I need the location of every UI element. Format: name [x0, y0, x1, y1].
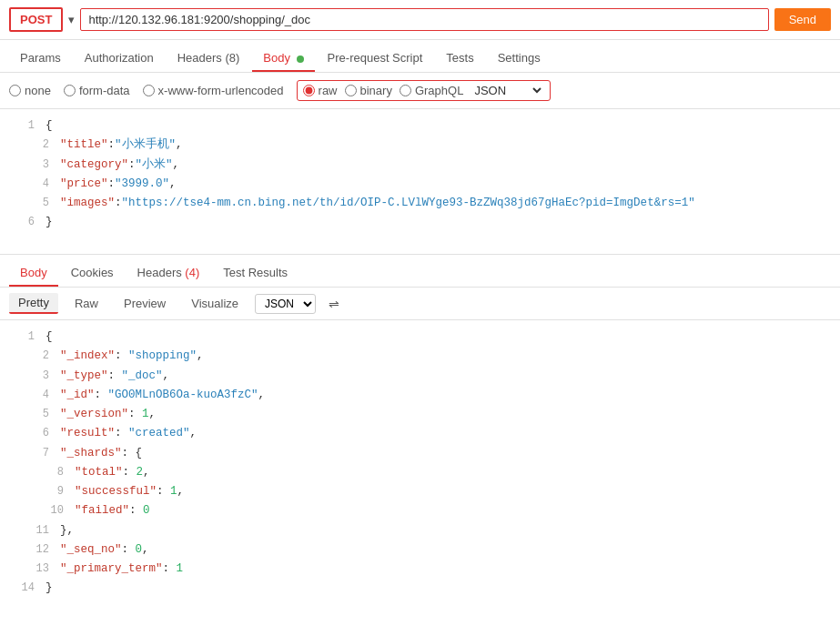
- resp-line-8: 8 "total": 2,: [29, 463, 840, 482]
- radio-none[interactable]: none: [9, 84, 51, 97]
- resp-line-11: 11 },: [15, 521, 840, 540]
- tab-params[interactable]: Params: [9, 45, 72, 72]
- resp-format-select[interactable]: JSON Text HTML XML: [255, 294, 316, 314]
- radio-raw-input[interactable]: [303, 85, 315, 96]
- resp-tab-body[interactable]: Body: [9, 260, 58, 287]
- resp-line-4: 4 "_id": "GO0MLnOB6Oa-kuoA3fzC",: [15, 386, 840, 405]
- resp-line-2: 2 "_index": "shopping",: [15, 347, 840, 366]
- resp-view-preview[interactable]: Preview: [115, 294, 175, 313]
- radio-graphql-input[interactable]: [400, 85, 411, 96]
- resp-line-9: 9 "successful": 1,: [29, 482, 840, 501]
- tab-headers[interactable]: Headers (8): [167, 45, 251, 72]
- radio-form-data[interactable]: form-data: [64, 84, 130, 97]
- req-line-4: 4 "price":"3999.0",: [15, 175, 840, 194]
- req-line-6: 6 }: [0, 213, 840, 232]
- response-code-area: 1 { 2 "_index": "shopping", 3 "_type": "…: [0, 320, 840, 606]
- request-code-area: 1 { 2 "title":"小米手机", 3 "category":"小米",…: [0, 109, 840, 255]
- req-line-2: 2 "title":"小米手机",: [15, 136, 840, 155]
- resp-view-raw[interactable]: Raw: [66, 294, 107, 313]
- radio-binary[interactable]: binary: [345, 84, 392, 97]
- radio-urlencoded[interactable]: x-www-form-urlencoded: [143, 84, 284, 97]
- send-button[interactable]: Send: [774, 8, 831, 31]
- body-type-bar: none form-data x-www-form-urlencoded raw…: [0, 73, 840, 109]
- resp-view-visualize[interactable]: Visualize: [182, 294, 248, 313]
- resp-tab-headers[interactable]: Headers (4): [127, 260, 211, 287]
- tab-pre-request[interactable]: Pre-request Script: [317, 45, 434, 72]
- url-input[interactable]: [80, 8, 768, 31]
- resp-view-pretty[interactable]: Pretty: [9, 293, 58, 314]
- radio-graphql[interactable]: GraphQL: [400, 84, 463, 97]
- resp-tab-test-results[interactable]: Test Results: [212, 260, 299, 287]
- resp-line-7: 7 "_shards": {: [15, 444, 840, 463]
- tab-authorization[interactable]: Authorization: [74, 45, 165, 72]
- tab-body[interactable]: Body: [252, 45, 314, 72]
- resp-line-3: 3 "_type": "_doc",: [15, 367, 840, 386]
- radio-none-input[interactable]: [9, 85, 21, 96]
- req-line-5: 5 "images":"https://tse4-mm.cn.bing.net/…: [15, 194, 840, 213]
- resp-format-bar: Pretty Raw Preview Visualize JSON Text H…: [0, 288, 840, 320]
- resp-tab-cookies[interactable]: Cookies: [60, 260, 125, 287]
- req-line-3: 3 "category":"小米",: [15, 156, 840, 175]
- method-button[interactable]: POST: [9, 7, 63, 32]
- top-bar: POST ▾ Send: [0, 0, 840, 40]
- resp-line-1: 1 {: [0, 328, 840, 347]
- tab-settings[interactable]: Settings: [487, 45, 552, 72]
- request-nav-tabs: Params Authorization Headers (8) Body Pr…: [0, 40, 840, 73]
- tab-tests[interactable]: Tests: [435, 45, 484, 72]
- resp-line-10: 10 "failed": 0: [29, 501, 840, 520]
- resp-line-5: 5 "_version": 1,: [15, 405, 840, 424]
- response-section: Body Cookies Headers (4) Test Results Pr…: [0, 255, 840, 606]
- format-select[interactable]: JSON Text JavaScript HTML XML: [471, 83, 544, 98]
- body-dot-indicator: [297, 56, 304, 63]
- radio-urlencoded-input[interactable]: [143, 85, 155, 96]
- resp-line-14: 14 }: [0, 579, 840, 598]
- radio-form-data-input[interactable]: [64, 85, 76, 96]
- resp-line-13: 13 "_primary_term": 1: [15, 560, 840, 579]
- method-dropdown-icon[interactable]: ▾: [68, 13, 75, 26]
- radio-raw[interactable]: raw: [303, 84, 338, 97]
- req-line-1: 1 {: [0, 116, 840, 136]
- response-tabs: Body Cookies Headers (4) Test Results: [0, 255, 840, 288]
- raw-options-group: raw binary GraphQL JSON Text JavaScript …: [297, 80, 552, 101]
- radio-binary-input[interactable]: [345, 85, 357, 96]
- resp-line-12: 12 "_seq_no": 0,: [15, 540, 840, 560]
- wrap-icon[interactable]: ⇌: [323, 295, 345, 313]
- resp-line-6: 6 "result": "created",: [15, 424, 840, 443]
